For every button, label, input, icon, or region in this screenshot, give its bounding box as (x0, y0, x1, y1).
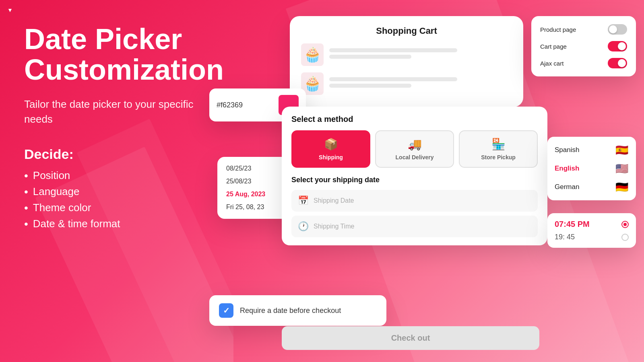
shipping-date-section: Select your shipping date 📅 Shipping Dat… (291, 176, 538, 212)
item-line (329, 77, 457, 81)
clock-icon: 🕐 (298, 221, 309, 232)
require-date-label: Require a date before checkout (240, 306, 341, 315)
app-icon: ▼ (6, 6, 14, 14)
product-page-row: Product page (540, 24, 627, 35)
pickup-label: Store Pickup (481, 154, 516, 160)
left-panel: Date Picker Customization Tailor the dat… (24, 24, 217, 234)
store-pickup-btn[interactable]: 🏪 Store Pickup (459, 130, 538, 168)
time-row-1: 07:45 PM (555, 220, 629, 229)
german-flag: 🇩🇪 (615, 180, 629, 194)
english-row[interactable]: English 🇺🇸 (555, 162, 629, 175)
time-input-section: 🕐 Shipping Time (291, 216, 538, 237)
local-delivery-btn[interactable]: 🚚 Local Delivery (375, 130, 454, 168)
cart-page-row: Cart page (540, 41, 627, 51)
time-value-2: 19: 45 (555, 233, 575, 241)
item-lines-1 (329, 48, 512, 61)
date-placeholder: Shipping Date (314, 197, 354, 204)
delivery-icon: 🚚 (408, 138, 422, 151)
shipping-icon: 📦 (324, 138, 338, 151)
toggle-panel: Product page Cart page Ajax cart (531, 16, 636, 76)
item-lines-2 (329, 77, 512, 90)
bullet-language: Language (24, 185, 217, 198)
cart-title: Shopping Cart (301, 26, 512, 36)
cart-item-1: 🧁 (301, 43, 512, 66)
shipping-label: Shipping (319, 154, 343, 160)
product-page-toggle[interactable] (608, 24, 627, 35)
time-input-row[interactable]: 🕐 Shipping Time (291, 216, 538, 237)
spanish-label: Spanish (555, 146, 579, 154)
item-line (329, 84, 411, 88)
time-panel: 07:45 PM 19: 45 (547, 213, 636, 248)
checkout-button[interactable]: Check out (282, 326, 539, 350)
bullet-theme-color: Theme color (24, 202, 217, 214)
ajax-cart-row: Ajax cart (540, 58, 627, 68)
checkbox-card: ✓ Require a date before checkout (209, 295, 386, 326)
date-input-row[interactable]: 📅 Shipping Date (291, 190, 538, 212)
product-page-label: Product page (540, 26, 576, 33)
item-line (329, 48, 457, 52)
cart-items: 🧁 🧁 (301, 43, 512, 95)
date-section-title: Select your shipping date (291, 176, 538, 184)
spanish-row[interactable]: Spanish 🇪🇸 (555, 143, 629, 157)
method-buttons: 📦 Shipping 🚚 Local Delivery 🏪 Store Pick… (291, 130, 538, 168)
require-date-checkbox[interactable]: ✓ (219, 303, 233, 318)
time-radio-2[interactable] (621, 234, 629, 241)
shipping-method-card: Select a method 📦 Shipping 🚚 Local Deliv… (282, 107, 547, 245)
pickup-icon: 🏪 (491, 138, 506, 151)
cart-item-2: 🧁 (301, 72, 512, 95)
shipping-btn[interactable]: 📦 Shipping (291, 130, 370, 168)
time-radio-1[interactable] (621, 221, 629, 228)
ui-area: Shopping Cart 🧁 🧁 Product page (242, 0, 644, 362)
subtitle: Tailor the date picker to your specific … (24, 97, 217, 126)
time-value-1: 07:45 PM (555, 220, 590, 229)
calendar-icon: 📅 (298, 195, 309, 206)
english-label: English (555, 165, 579, 173)
ajax-cart-label: Ajax cart (540, 60, 564, 67)
time-row-2: 19: 45 (555, 233, 629, 241)
checkmark-icon: ✓ (223, 306, 230, 315)
method-title: Select a method (291, 115, 538, 124)
color-hex-value: #f62369 (217, 101, 274, 109)
decide-title: Decide: (24, 146, 217, 162)
ajax-cart-toggle[interactable] (608, 58, 627, 68)
german-label: German (555, 183, 579, 191)
shopping-cart-card: Shopping Cart 🧁 🧁 (290, 16, 523, 107)
english-flag: 🇺🇸 (615, 162, 629, 175)
cart-page-toggle[interactable] (608, 41, 627, 51)
main-title: Date Picker Customization (24, 24, 217, 85)
item-line (329, 55, 411, 59)
german-row[interactable]: German 🇩🇪 (555, 180, 629, 194)
delivery-label: Local Delivery (396, 154, 434, 160)
bullet-position: Position (24, 169, 217, 182)
bullet-date-format: Date & time format (24, 218, 217, 230)
cart-page-label: Cart page (540, 43, 567, 50)
language-panel: Spanish 🇪🇸 English 🇺🇸 German 🇩🇪 (547, 137, 636, 200)
time-placeholder: Shipping Time (314, 223, 354, 230)
cupcake-icon-1: 🧁 (301, 43, 324, 66)
bullet-list: Position Language Theme color Date & tim… (24, 169, 217, 230)
spanish-flag: 🇪🇸 (615, 143, 629, 157)
